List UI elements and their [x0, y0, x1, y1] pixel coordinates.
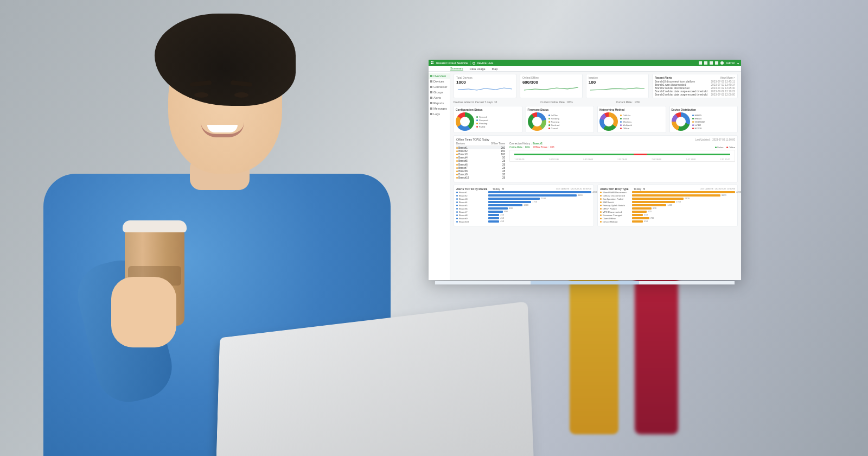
alerts-by-type: Alerts TOP 10 by Type Today ▾Last Update… — [597, 185, 738, 226]
alert-row[interactable]: Branch3 cellular data usage exceed thres… — [655, 93, 735, 96]
bar-row: Device Reboot450 — [600, 220, 735, 223]
timeline-track[interactable]: 7-02 00:007-02 02:007-02 04:007-02 06:00… — [509, 150, 735, 162]
bar-row: Branch10450 — [456, 220, 591, 223]
bookmark-icon[interactable] — [710, 61, 713, 65]
alert-row[interactable]: Branch10 disconnect from platform2023-07… — [655, 80, 735, 83]
topbar: InHand Cloud Service Device Live Admin▾ — [429, 60, 741, 66]
bar-row: Branch14200 — [456, 191, 591, 194]
svg-rect-2 — [431, 63, 432, 64]
bar-row: DHCP Failure800 — [600, 207, 735, 210]
sidebar-item-overview[interactable]: Overview — [429, 73, 450, 79]
sidebar-item-messages[interactable]: Messages — [429, 106, 450, 111]
bar-row: Branch41750 — [456, 201, 591, 204]
current-rate-note: Current Rate：10% — [616, 100, 640, 104]
donut-device-distribution: Device DistributionER805ER605ODU2002InPA… — [669, 106, 738, 133]
file-icon[interactable] — [704, 61, 707, 65]
bell-icon[interactable] — [715, 61, 718, 65]
tab-data-usage[interactable]: Data Usage — [470, 67, 486, 71]
tab-bar: Summary Data Usage Map — [429, 66, 741, 72]
apps-icon[interactable] — [431, 61, 434, 65]
bar-row: Branch6800 — [456, 207, 591, 210]
bar-row: Branch9450 — [456, 217, 591, 220]
sidebar-item-connector[interactable]: Connector — [429, 84, 450, 90]
dashboard-screenshot: InHand Cloud Service Device Live Admin▾ … — [429, 60, 741, 280]
sidebar-item-groups[interactable]: Groups — [429, 90, 450, 95]
recent-alerts-card: Recent AlertsView More > Branch10 discon… — [652, 74, 738, 98]
bar-row: Branch51400 — [456, 204, 591, 207]
bar-row: Branch32100 — [456, 198, 591, 200]
bar-row: Branch8450 — [456, 214, 591, 217]
offline-title: Offline Times TOP10 Today — [456, 138, 489, 141]
settings-icon[interactable] — [720, 61, 724, 65]
tab-summary[interactable]: Summary — [450, 67, 463, 71]
tab-map[interactable]: Map — [492, 67, 498, 71]
brand-title: InHand Cloud Service — [436, 61, 468, 65]
table-row[interactable]: Branch1028 — [456, 176, 505, 180]
view-more-link[interactable]: View More > — [720, 76, 735, 79]
bar-row: Client Offline700 — [600, 217, 735, 220]
offline-panel: Offline Times TOP10 TodayLast Updated：20… — [454, 135, 738, 182]
online-rate-note: Current Online Rate：60% — [540, 100, 572, 104]
devices-added-note: Devices added in the last 7 days: 10 — [454, 100, 497, 104]
bar-row: Primary Uplink Switch1400 — [600, 204, 735, 207]
user-menu[interactable]: Admin — [726, 61, 735, 65]
bar-row: VPN Disconnected600 — [600, 211, 735, 213]
svg-rect-0 — [431, 61, 432, 62]
section-title: Device Live — [473, 61, 493, 65]
sidebar-item-logs[interactable]: Logs — [429, 111, 450, 117]
bar-row: Branch23600 — [456, 194, 591, 197]
kpi-online-offline: Online/Offline 600/300 — [520, 74, 583, 98]
bar-row: Branch7600 — [456, 211, 591, 213]
alert-row[interactable]: Branch2 cellular data usage exceed thres… — [655, 90, 735, 93]
svg-rect-1 — [432, 61, 433, 62]
connection-history: Connection History：Branch1 Online Rate：6… — [509, 142, 735, 180]
sidebar: OverviewDevicesConnectorGroupsAlertsRepo… — [429, 72, 450, 280]
kpi-inactive: Inactive 100 — [586, 74, 649, 98]
search-icon[interactable] — [699, 61, 702, 65]
svg-rect-3 — [432, 63, 433, 64]
donut-networking-method: Networking MethodCellularWiredWirelessMu… — [597, 106, 666, 133]
sidebar-item-alerts[interactable]: Alerts — [429, 95, 450, 100]
alerts-by-device: Alerts TOP 10 by Device Today ▾Last Upda… — [454, 185, 594, 226]
donut-firmware-status: Firmware StatusIn PlanPendingRunningFini… — [526, 106, 595, 133]
sidebar-item-devices[interactable]: Devices — [429, 79, 450, 84]
kpi-total-devices: Total Devices 1000 — [454, 74, 516, 98]
bar-row: SIM Switch1750 — [600, 201, 735, 204]
bar-row: Firmware Changed450 — [600, 214, 735, 217]
sidebar-item-reports[interactable]: Reports — [429, 100, 450, 106]
bar-row: Wired WAN Disconnect4200 — [600, 191, 735, 194]
donut-configuration-status: Configuration StatusSyncedSuspendPending… — [454, 106, 522, 133]
bar-row: Configuration Failed2100 — [600, 198, 735, 200]
offline-table: DevicesOffline Times Branch1260Branch215… — [456, 142, 505, 180]
bar-row: Cellular Disconnected3600 — [600, 194, 735, 197]
